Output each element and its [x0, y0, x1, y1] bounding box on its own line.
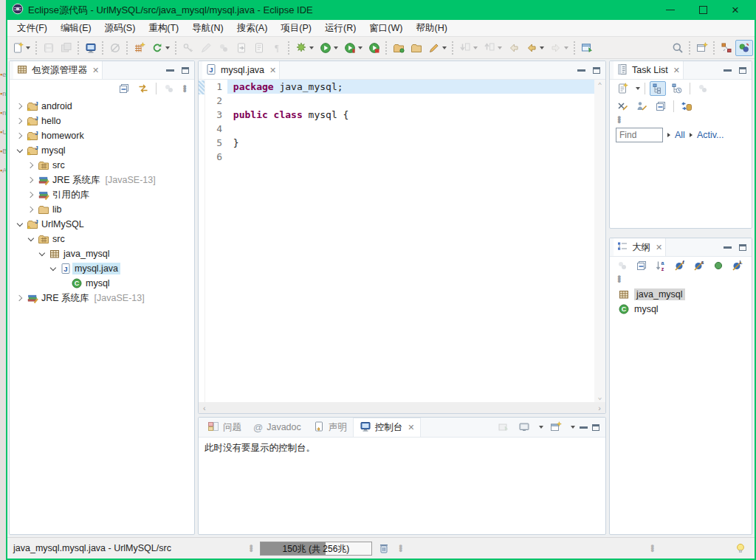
run-icon[interactable]	[317, 40, 341, 56]
collapse-arrow-icon[interactable]	[14, 150, 26, 152]
back-icon[interactable]	[523, 40, 547, 56]
skip-breakpoints-icon[interactable]	[106, 40, 124, 56]
scroll-right-icon[interactable]: ›	[598, 404, 601, 412]
expand-arrow-icon[interactable]	[25, 193, 37, 197]
new-task-icon[interactable]	[614, 81, 630, 96]
scheduled-view-icon[interactable]	[669, 81, 685, 96]
sort-alphabetically-icon[interactable]: az	[653, 258, 669, 273]
minimize-view-icon[interactable]	[724, 246, 732, 249]
maximize-view-icon[interactable]	[592, 424, 599, 431]
filter-all-link[interactable]: All	[675, 130, 685, 140]
close-view-icon[interactable]: ✕	[673, 66, 680, 75]
code-line[interactable]	[227, 150, 594, 164]
profile-icon[interactable]	[365, 40, 383, 56]
synchronize-icon[interactable]	[678, 99, 695, 114]
filter-arrow-icon[interactable]	[667, 133, 670, 137]
collapse-all-icon[interactable]	[653, 99, 669, 114]
focus-icon[interactable]	[614, 258, 630, 273]
java-perspective-icon[interactable]	[735, 40, 753, 56]
view-menu-icon[interactable]: ●●●	[180, 84, 190, 94]
menu-item[interactable]: 搜索(A)	[230, 21, 275, 36]
tree-item[interactable]: src	[10, 232, 194, 246]
dropdown-arrow-icon[interactable]	[358, 46, 362, 49]
task-list-tab[interactable]: Task List ✕	[614, 61, 684, 79]
dropdown-arrow-icon[interactable]	[165, 46, 170, 49]
maximize-editor-icon[interactable]	[593, 67, 600, 74]
code-line[interactable]: }	[227, 136, 594, 150]
tree-item[interactable]: lib	[10, 202, 194, 217]
console-monitor-icon[interactable]	[82, 40, 100, 56]
mark-occurrences-icon[interactable]	[425, 40, 450, 56]
close-view-icon[interactable]: ✕	[656, 243, 662, 252]
tree-item[interactable]: JRE 系统库[JavaSE-13]	[10, 173, 194, 187]
new-wizard-icon[interactable]	[9, 40, 33, 56]
tips-lightbulb-icon[interactable]	[732, 541, 749, 556]
minimize-view-icon[interactable]	[580, 426, 588, 429]
tree-item[interactable]: java_mysql	[10, 246, 194, 261]
tree-item[interactable]: Jandroid	[10, 99, 194, 114]
minimize-view-icon[interactable]	[724, 69, 732, 72]
debug-icon[interactable]	[292, 40, 317, 56]
maximize-view-icon[interactable]	[182, 67, 189, 74]
scroll-down-icon[interactable]: ⌄	[597, 393, 602, 401]
dropdown-arrow-icon[interactable]	[309, 46, 314, 49]
minimize-button[interactable]	[656, 1, 685, 19]
expand-arrow-icon[interactable]	[25, 207, 37, 212]
menu-item[interactable]: 运行(R)	[318, 21, 362, 36]
menu-item[interactable]: 源码(S)	[98, 21, 142, 36]
search-icon[interactable]	[669, 40, 687, 56]
close-button[interactable]: ×	[721, 1, 750, 19]
tree-item[interactable]: Jmysql.java	[10, 261, 194, 276]
key-tool-icon[interactable]	[179, 40, 197, 56]
tree-item[interactable]: src	[10, 158, 194, 173]
categorized-view-icon[interactable]	[650, 81, 666, 96]
tree-item[interactable]: JRE 系统库[JavaSE-13]	[10, 291, 194, 305]
outline-item[interactable]: Cmysql	[610, 302, 752, 317]
apply-patch-icon[interactable]	[233, 40, 250, 56]
group-by-owner-icon[interactable]	[633, 99, 650, 114]
garbage-collect-trash-icon[interactable]	[376, 541, 392, 556]
menu-item[interactable]: 窗口(W)	[362, 21, 409, 36]
tree-item[interactable]: Cmysql	[10, 276, 194, 291]
code-line[interactable]: public class mysql {	[227, 108, 594, 122]
hide-local-types-icon[interactable]: L	[729, 258, 746, 273]
close-editor-icon[interactable]: ✕	[269, 66, 276, 75]
next-annotation-icon[interactable]	[456, 40, 481, 56]
open-perspective-icon[interactable]	[693, 40, 711, 56]
hide-non-public-icon[interactable]	[710, 258, 726, 273]
dropdown-arrow-icon[interactable]	[334, 46, 338, 49]
dropdown-arrow-icon[interactable]	[473, 46, 478, 49]
filter-activated-link[interactable]: Activ...	[697, 130, 724, 140]
show-whitespace-icon[interactable]: ¶	[268, 40, 286, 56]
expand-arrow-icon[interactable]	[25, 163, 37, 167]
forward-icon[interactable]	[547, 40, 571, 56]
display-selected-console-icon[interactable]	[516, 420, 532, 435]
code-line[interactable]: package java_mysql;	[227, 80, 594, 94]
last-edit-location-icon[interactable]	[505, 40, 523, 56]
task-find-input[interactable]	[616, 128, 663, 142]
maximize-button[interactable]	[688, 1, 718, 19]
bottom-tab-at[interactable]: @Javadoc	[247, 418, 307, 437]
tree-item[interactable]: 引用的库	[10, 187, 194, 202]
scroll-up-icon[interactable]: ⌃	[597, 81, 602, 89]
menu-item[interactable]: 导航(N)	[185, 21, 230, 36]
focus-on-working-set-icon[interactable]	[161, 81, 177, 96]
collapse-all-icon[interactable]	[633, 258, 650, 273]
menu-item[interactable]: 文件(F)	[10, 21, 54, 36]
code-line[interactable]	[227, 122, 594, 136]
tree-item[interactable]: Jhello	[10, 114, 194, 128]
menu-item[interactable]: 重构(T)	[142, 21, 185, 36]
collapse-arrow-icon[interactable]	[47, 268, 59, 270]
tree-item[interactable]: Jmysql	[10, 143, 194, 158]
editor-tab-mysql-java[interactable]: J mysql.java ✕	[202, 61, 280, 79]
filter-arrow-icon[interactable]	[690, 133, 693, 137]
java-browsing-perspective-icon[interactable]	[718, 40, 735, 56]
prev-annotation-icon[interactable]	[481, 40, 505, 56]
dropdown-arrow-icon[interactable]	[26, 46, 30, 49]
expand-arrow-icon[interactable]	[14, 119, 26, 123]
vertical-scrollbar[interactable]: ⌃ ⌄	[594, 80, 605, 402]
open-console-icon[interactable]	[548, 420, 564, 435]
close-view-icon[interactable]: ✕	[408, 423, 414, 432]
bottom-tab-console[interactable]: 控制台✕	[353, 418, 422, 437]
maximize-view-icon[interactable]	[739, 244, 746, 251]
